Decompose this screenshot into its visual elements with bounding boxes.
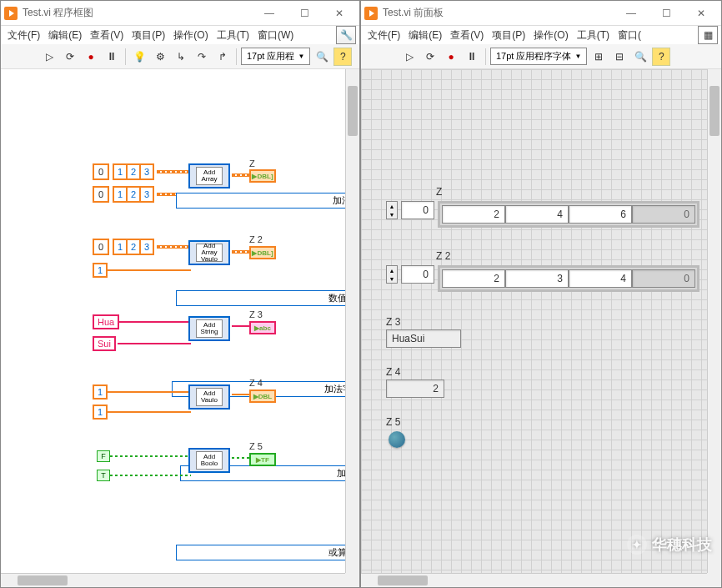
array-cell: 2	[442, 205, 505, 224]
pause-button[interactable]: II	[463, 48, 481, 66]
app-icon	[4, 7, 18, 20]
label-z4: Z 4	[386, 366, 400, 378]
wire	[119, 321, 191, 323]
toolbar: ▷ ⟳ ● II 17pt 应用程序字体▼ ⊞ ⊟ 🔍 ?	[361, 44, 721, 69]
run-button[interactable]: ▷	[40, 48, 58, 66]
maximize-button[interactable]: ☐	[288, 3, 321, 23]
menu-view[interactable]: 查看(V)	[447, 27, 487, 44]
menu-operate[interactable]: 操作(O)	[530, 27, 571, 44]
array-indicator-z2[interactable]: ▲▼ 0 2 3 4 0	[386, 265, 699, 292]
close-button[interactable]: ✕	[323, 3, 356, 23]
add-string-vi[interactable]: Add String	[188, 316, 230, 341]
vertical-scrollbar[interactable]	[345, 69, 359, 573]
menu-window[interactable]: 窗口(	[614, 27, 644, 44]
maximize-button[interactable]: ☐	[649, 3, 683, 23]
indicator-terminal-z4[interactable]: ▶DBL	[249, 389, 276, 403]
array-indicator-z[interactable]: ▲▼ 0 2 4 6 0	[386, 201, 699, 228]
run-button[interactable]: ▷	[400, 48, 419, 66]
vertical-scrollbar[interactable]	[707, 69, 721, 573]
menu-window[interactable]: 窗口(W)	[254, 27, 297, 44]
indicator-terminal-z2[interactable]: ▶DBL]	[249, 246, 276, 259]
step-over-button[interactable]: ↷	[193, 48, 211, 66]
bool-constant-f[interactable]: F	[97, 450, 110, 462]
indicator-label-z: Z	[249, 158, 255, 168]
polymorphic-selector-2[interactable]: 数值加数组	[176, 290, 359, 306]
array-cell: 3	[505, 269, 569, 288]
distribute-button[interactable]: ⊟	[610, 48, 629, 66]
search-button[interactable]: 🔍	[631, 48, 649, 66]
string-constant-hua[interactable]: Hua	[93, 314, 119, 329]
vi-icon[interactable]: ▦	[698, 26, 718, 44]
help-button[interactable]: ?	[333, 48, 352, 66]
step-out-button[interactable]: ↱	[213, 48, 232, 66]
retain-wire-button[interactable]: ⚙	[151, 48, 169, 66]
numeric-constant-4a[interactable]: 1	[93, 384, 108, 400]
polymorphic-selector-1[interactable]: 加法数组	[176, 193, 359, 209]
scrollbar-corner	[707, 573, 721, 587]
front-panel-canvas[interactable]: Z ▲▼ 0 2 4 6 0 Z 2 ▲▼ 0 2 3 4 0 Z 3 HuaS	[361, 69, 721, 587]
menu-tools[interactable]: 工具(T)	[213, 27, 253, 44]
wire	[232, 394, 250, 395]
app-icon	[364, 7, 378, 20]
menu-tools[interactable]: 工具(T)	[574, 27, 613, 44]
align-button[interactable]: ⊞	[589, 48, 608, 66]
add-bool-vi[interactable]: Add Boolo	[188, 448, 230, 473]
abort-button[interactable]: ●	[82, 48, 100, 66]
menu-view[interactable]: 查看(V)	[87, 27, 127, 44]
index-display[interactable]: 0	[401, 201, 434, 219]
toolbar: ▷ ⟳ ● II 💡 ⚙ ↳ ↷ ↱ 17pt 应用程▼ 🔍 ?	[1, 44, 359, 69]
index-spinner[interactable]: ▲▼	[386, 265, 398, 284]
titlebar[interactable]: Test.vi 前面板 — ☐ ✕	[361, 1, 721, 26]
window-title: Test.vi 程序框图	[23, 6, 253, 20]
array-constant-2[interactable]: 0 1 2 3	[93, 239, 154, 255]
search-button[interactable]: 🔍	[313, 48, 331, 66]
run-continuous-button[interactable]: ⟳	[421, 48, 439, 66]
font-dropdown[interactable]: 17pt 应用程序字体▼	[490, 48, 587, 65]
wire	[157, 245, 190, 249]
minimize-button[interactable]: —	[614, 3, 648, 23]
menu-edit[interactable]: 编辑(E)	[45, 27, 85, 44]
scrollbar-corner	[345, 573, 359, 587]
indicator-terminal-z3[interactable]: ▶abc	[249, 321, 276, 334]
menu-project[interactable]: 项目(P)	[489, 27, 529, 44]
horizontal-scrollbar[interactable]	[1, 573, 345, 587]
block-diagram-canvas[interactable]: 0 1 2 3 0 1 2 3 Add Array 加法数组 Z ▶DBL] 0	[1, 69, 359, 587]
indicator-terminal-z[interactable]: ▶DBL]	[249, 169, 276, 183]
font-dropdown[interactable]: 17pt 应用程▼	[241, 48, 310, 65]
numeric-constant-2[interactable]: 1	[93, 263, 108, 278]
titlebar[interactable]: Test.vi 程序框图 — ☐ ✕	[1, 1, 359, 26]
label-z2: Z 2	[436, 250, 450, 262]
add-array-vi[interactable]: Add Array	[188, 163, 230, 188]
string-constant-sui[interactable]: Sui	[93, 336, 116, 351]
step-into-button[interactable]: ↳	[172, 48, 190, 66]
array-constant-1a[interactable]: 0 1 2 3	[93, 163, 154, 180]
menubar: 文件(F) 编辑(E) 查看(V) 项目(P) 操作(O) 工具(T) 窗口( …	[361, 26, 721, 44]
index-display[interactable]: 0	[401, 265, 434, 284]
indicator-terminal-z5[interactable]: ▶TF	[249, 453, 276, 466]
index-spinner[interactable]: ▲▼	[386, 201, 398, 219]
array-constant-1b[interactable]: 0 1 2 3	[93, 186, 154, 203]
close-button[interactable]: ✕	[684, 3, 718, 23]
help-button[interactable]: ?	[652, 48, 670, 66]
polymorphic-selector-5[interactable]: 或算法布尔	[176, 545, 359, 560]
numeric-constant-4b[interactable]: 1	[93, 405, 108, 420]
add-value-vi[interactable]: Add Vaulo	[188, 384, 230, 410]
menu-operate[interactable]: 操作(O)	[170, 27, 211, 44]
vi-icon[interactable]: 🔧	[336, 26, 356, 44]
wire	[157, 170, 190, 173]
minimize-button[interactable]: —	[253, 3, 286, 23]
menubar: 文件(F) 编辑(E) 查看(V) 项目(P) 操作(O) 工具(T) 窗口(W…	[1, 26, 359, 44]
run-continuous-button[interactable]: ⟳	[61, 48, 79, 66]
bool-constant-t[interactable]: T	[97, 470, 110, 481]
abort-button[interactable]: ●	[442, 48, 460, 66]
menu-project[interactable]: 项目(P)	[128, 27, 168, 44]
menu-edit[interactable]: 编辑(E)	[405, 27, 445, 44]
menu-file[interactable]: 文件(F)	[364, 27, 404, 44]
add-array-value-vi[interactable]: Add Array Vaulo	[188, 240, 230, 265]
wechat-icon: ✦	[627, 535, 647, 555]
label-z3: Z 3	[386, 316, 400, 328]
pause-button[interactable]: II	[103, 48, 121, 66]
menu-file[interactable]: 文件(F)	[4, 27, 43, 44]
highlight-button[interactable]: 💡	[130, 48, 148, 66]
horizontal-scrollbar[interactable]	[361, 573, 707, 587]
